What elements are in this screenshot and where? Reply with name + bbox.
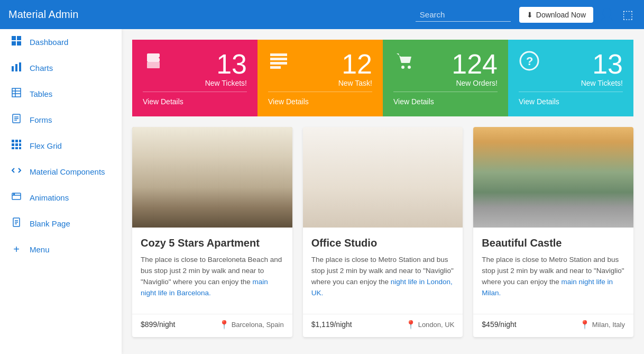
stat-label-tickets2: New Tickets! bbox=[581, 79, 623, 87]
logout-icon[interactable]: ⬚ bbox=[620, 6, 636, 24]
orders-icon bbox=[393, 50, 415, 76]
svg-rect-3 bbox=[17, 41, 21, 46]
property-location-castle: 📍 Milan, Italy bbox=[579, 320, 625, 330]
sidebar-label-charts: Charts bbox=[30, 63, 53, 72]
stat-number-tickets2: 13 bbox=[581, 50, 623, 78]
svg-text:?: ? bbox=[526, 55, 533, 68]
sidebar-label-blankpage: Blank Page bbox=[30, 219, 70, 228]
sidebar-item-blankpage[interactable]: Blank Page bbox=[0, 211, 122, 237]
svg-rect-2 bbox=[12, 41, 16, 46]
dashboard-icon bbox=[11, 36, 22, 48]
svg-rect-20 bbox=[19, 143, 21, 146]
property-desc-office: The place is close to Metro Station and … bbox=[311, 255, 455, 299]
sidebar-add-menu[interactable]: + Menu bbox=[0, 237, 122, 262]
property-desc-castle: The place is close to Metro Station and … bbox=[482, 255, 625, 299]
svg-rect-35 bbox=[270, 66, 281, 69]
search-bar[interactable] bbox=[416, 8, 511, 22]
property-location-text-castle: Milan, Italy bbox=[592, 321, 625, 329]
svg-rect-15 bbox=[12, 140, 14, 142]
account-icon[interactable]: 👤 bbox=[597, 6, 616, 24]
help-icon: ? bbox=[519, 50, 540, 76]
stat-card-top-tickets2: ? 13 New Tickets! bbox=[519, 50, 623, 87]
charts-icon bbox=[11, 62, 22, 74]
svg-rect-5 bbox=[15, 64, 17, 71]
property-image-office bbox=[303, 127, 463, 228]
stat-label-tasks: New Task! bbox=[338, 79, 372, 87]
stat-link-tasks[interactable]: View Details bbox=[268, 92, 372, 106]
sidebar: Dashboard Charts Tables Forms Flex Grid bbox=[0, 29, 122, 348]
svg-point-26 bbox=[14, 194, 15, 195]
stat-card-right-orders: 124 New Orders! bbox=[452, 50, 498, 87]
sidebar-item-forms[interactable]: Forms bbox=[0, 107, 122, 133]
property-desc-apartment: The place is close to Barceloneta Beach … bbox=[141, 255, 284, 299]
svg-rect-4 bbox=[12, 66, 14, 71]
svg-rect-23 bbox=[19, 147, 21, 149]
stat-label-tickets1: New Tickets! bbox=[205, 79, 247, 87]
sidebar-label-animations: Animations bbox=[30, 193, 69, 202]
blankpage-icon bbox=[11, 217, 22, 230]
stat-number-tickets1: 13 bbox=[205, 50, 247, 78]
sidebar-label-tables: Tables bbox=[30, 89, 52, 98]
svg-rect-21 bbox=[12, 147, 14, 149]
stat-card-top-tickets1: 13 New Tickets! bbox=[143, 50, 247, 87]
animations-icon bbox=[11, 192, 22, 204]
property-image-castle bbox=[473, 127, 633, 228]
stat-card-tickets1: 13 New Tickets! View Details bbox=[132, 40, 257, 116]
property-location-office: 📍 London, UK bbox=[406, 320, 455, 330]
task-icon bbox=[268, 50, 289, 76]
property-footer-apartment: $899/night 📍 Barcelona, Spain bbox=[132, 314, 292, 337]
property-body-office: Office Studio The place is close to Metr… bbox=[303, 228, 463, 314]
flexgrid-icon bbox=[11, 140, 22, 152]
sidebar-item-animations[interactable]: Animations bbox=[0, 185, 122, 211]
search-input[interactable] bbox=[416, 8, 511, 21]
download-button[interactable]: ⬇ Download Now bbox=[519, 7, 593, 23]
tables-icon bbox=[11, 88, 22, 100]
stat-link-orders[interactable]: View Details bbox=[393, 92, 498, 106]
app-header: Material Admin ⬇ Download Now 👤 ⬚ bbox=[0, 0, 644, 29]
sidebar-item-materialcomponents[interactable]: Material Components bbox=[0, 159, 122, 185]
sidebar-item-charts[interactable]: Charts bbox=[0, 55, 122, 81]
property-location-text-apartment: Barcelona, Spain bbox=[232, 321, 284, 329]
stat-link-tickets1[interactable]: View Details bbox=[143, 92, 247, 106]
svg-rect-22 bbox=[15, 147, 18, 149]
svg-point-36 bbox=[401, 66, 404, 69]
svg-rect-33 bbox=[270, 58, 287, 60]
stat-number-orders: 124 bbox=[452, 50, 498, 78]
property-title-castle: Beautiful Castle bbox=[482, 237, 625, 249]
property-image-apartment bbox=[132, 127, 292, 228]
svg-rect-17 bbox=[19, 140, 21, 142]
svg-rect-1 bbox=[17, 36, 21, 40]
property-card-office: Office Studio The place is close to Metr… bbox=[303, 127, 463, 337]
svg-rect-7 bbox=[12, 88, 21, 97]
svg-rect-19 bbox=[15, 143, 18, 146]
sidebar-item-dashboard[interactable]: Dashboard bbox=[0, 29, 122, 55]
svg-rect-16 bbox=[15, 140, 18, 142]
app-title: Material Admin bbox=[8, 8, 78, 21]
header-actions: ⬇ Download Now 👤 ⬚ bbox=[519, 6, 636, 24]
sidebar-label-forms: Forms bbox=[30, 115, 52, 124]
location-pin-office: 📍 bbox=[406, 320, 416, 330]
stat-card-tickets2: ? 13 New Tickets! View Details bbox=[508, 40, 633, 116]
svg-rect-31 bbox=[147, 62, 160, 68]
property-price-office: $1,119/night bbox=[311, 320, 352, 329]
sidebar-label-dashboard: Dashboard bbox=[30, 38, 68, 47]
property-cards-grid: Cozy 5 Stars Apartment The place is clos… bbox=[132, 127, 633, 337]
stat-card-right-tasks: 12 New Task! bbox=[338, 50, 372, 87]
main-layout: Dashboard Charts Tables Forms Flex Grid bbox=[0, 29, 644, 348]
stat-link-tickets2[interactable]: View Details bbox=[519, 92, 623, 106]
property-body-castle: Beautiful Castle The place is close to M… bbox=[473, 228, 633, 314]
property-card-castle: Beautiful Castle The place is close to M… bbox=[473, 127, 633, 337]
svg-rect-0 bbox=[12, 36, 16, 40]
sidebar-item-flexgrid[interactable]: Flex Grid bbox=[0, 133, 122, 159]
property-footer-office: $1,119/night 📍 London, UK bbox=[303, 314, 463, 337]
stat-card-orders: 124 New Orders! View Details bbox=[383, 40, 508, 116]
forms-icon bbox=[11, 114, 22, 126]
svg-point-37 bbox=[408, 66, 411, 69]
property-title-office: Office Studio bbox=[311, 237, 455, 249]
stat-number-tasks: 12 bbox=[338, 50, 372, 78]
stat-card-right-tickets1: 13 New Tickets! bbox=[205, 50, 247, 87]
sidebar-item-tables[interactable]: Tables bbox=[0, 81, 122, 107]
svg-rect-18 bbox=[12, 143, 14, 146]
location-pin-apartment: 📍 bbox=[219, 320, 229, 330]
stat-label-orders: New Orders! bbox=[452, 79, 498, 87]
